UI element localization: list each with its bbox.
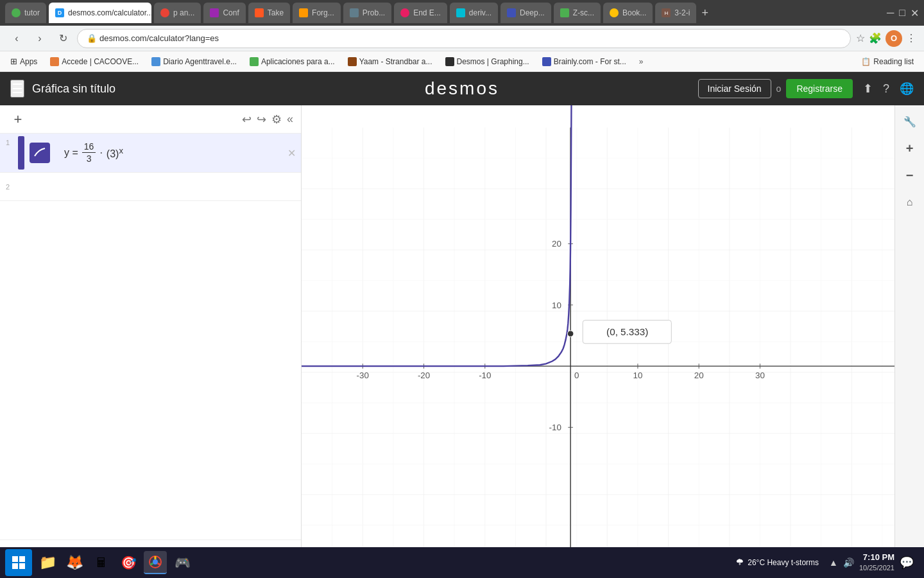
undo-button[interactable]: ↩	[242, 112, 252, 127]
tab-prob[interactable]: Prob...	[343, 3, 391, 23]
right-panel: 🔧 + − ⌂	[894, 105, 924, 578]
network-icon[interactable]: ▲	[829, 557, 838, 568]
expression-list: 1 y = 16 3 · (3)x	[0, 134, 301, 539]
back-button[interactable]: ‹	[8, 30, 26, 48]
expression-number-2: 2	[0, 183, 15, 191]
taskbar-paintbrush[interactable]: 🎯	[117, 551, 140, 574]
tab-deep[interactable]: Deep...	[501, 3, 551, 23]
bookmark-aplicaciones[interactable]: Aplicaciones para a...	[244, 55, 340, 68]
svg-line-64	[158, 563, 160, 565]
bookmark-apps[interactable]: ⊞ Apps	[5, 55, 42, 68]
minimize-button[interactable]: ─	[887, 7, 894, 19]
taskbar-upwork[interactable]: 🎮	[171, 551, 194, 574]
expression-panel: + ↩ ↪ ⚙ « 1 y =	[0, 105, 302, 578]
notification-icon[interactable]: 💬	[900, 556, 914, 570]
tab-hoc[interactable]: H 3-2-i	[655, 3, 696, 23]
tab-take[interactable]: Take	[248, 3, 290, 23]
bookmark-diario[interactable]: Diario Agenttravel.e...	[146, 55, 242, 68]
svg-rect-59	[12, 563, 18, 569]
expression-color-bar	[18, 136, 24, 170]
collapse-panel-button[interactable]: «	[287, 112, 293, 126]
help-icon[interactable]: ?	[883, 82, 889, 96]
desmos-logo: desmos	[425, 78, 499, 99]
expression-item-2[interactable]: 2	[0, 173, 301, 201]
add-expression-button[interactable]: +	[8, 109, 28, 130]
register-button[interactable]: Registrarse	[786, 79, 853, 98]
tab-desmos[interactable]: D desmos.com/calculator... ✕	[49, 3, 151, 23]
tab-google[interactable]: p an...	[154, 3, 201, 23]
globe-icon[interactable]: 🌐	[900, 82, 914, 96]
forward-button[interactable]: ›	[31, 30, 49, 48]
graph-svg: -30 -20 -10 0 10 20 30 20 10	[302, 105, 894, 578]
address-bar: ‹ › ↻ 🔒 desmos.com/calculator?lang=es ☆ …	[0, 26, 924, 51]
zoom-in-button[interactable]: +	[899, 137, 921, 159]
expression-formula[interactable]: y = 16 3 · (3)x	[56, 136, 282, 170]
extensions-icon[interactable]: 🧩	[869, 32, 882, 44]
svg-rect-60	[19, 563, 25, 569]
bookmark-desmos[interactable]: Desmos | Graphing...	[440, 55, 535, 68]
redo-button[interactable]: ↪	[257, 112, 266, 127]
delete-expression-button[interactable]: ✕	[282, 142, 301, 164]
close-button[interactable]: ✕	[911, 7, 919, 19]
svg-text:20: 20	[552, 239, 561, 249]
refresh-button[interactable]: ↻	[54, 30, 72, 48]
svg-text:20: 20	[694, 371, 704, 380]
desmos-header: ☰ Gráfica sin título desmos Iniciar Sesi…	[0, 72, 924, 105]
taskbar-firefox[interactable]: 🦊	[63, 551, 86, 574]
start-button[interactable]	[5, 549, 32, 576]
sound-icon[interactable]: 🔊	[843, 557, 854, 568]
bookmarks-bar: ⊞ Apps Accede | CACOOVE... Diario Agentt…	[0, 51, 924, 72]
header-actions: Iniciar Sesión o Registrarse ⬆ ? 🌐	[698, 79, 914, 98]
system-tray: 🌩 26°C Heavy t-storms	[735, 557, 819, 567]
expression-item-1[interactable]: 1 y = 16 3 · (3)x	[0, 134, 301, 173]
bookmark-yaam[interactable]: Yaam - Strandbar a...	[343, 55, 438, 68]
settings-button[interactable]: ⚙	[271, 112, 282, 127]
tab-end[interactable]: End E...	[394, 3, 447, 23]
taskbar-file-explorer[interactable]: 📁	[36, 551, 59, 574]
svg-text:30: 30	[755, 371, 765, 380]
graph-canvas[interactable]: -30 -20 -10 0 10 20 30 20 10	[302, 105, 894, 578]
login-button[interactable]: Iniciar Sesión	[698, 79, 771, 98]
svg-rect-58	[19, 556, 25, 562]
svg-text:-20: -20	[418, 371, 430, 380]
taskbar-right: 🌩 26°C Heavy t-storms ▲ 🔊 7:10 PM 10/25/…	[735, 552, 919, 574]
home-button[interactable]: ⌂	[899, 191, 921, 213]
svg-text:10: 10	[633, 371, 643, 380]
tab-deriv[interactable]: deriv...	[450, 3, 498, 23]
bookmarks-more-button[interactable]: »	[635, 55, 647, 68]
reading-list-button[interactable]: 📋 Reading list	[856, 55, 919, 68]
url-bar[interactable]: 🔒 desmos.com/calculator?lang=es	[77, 29, 851, 48]
svg-text:-10: -10	[479, 371, 491, 380]
svg-point-62	[153, 559, 158, 565]
new-tab-button[interactable]: +	[701, 6, 708, 20]
tab-conf[interactable]: Conf	[203, 3, 245, 23]
expression-number: 1	[0, 134, 15, 146]
main-content: + ↩ ↪ ⚙ « 1 y =	[0, 105, 924, 578]
menu-icon[interactable]: ⋮	[906, 32, 916, 44]
expression-toolbar: + ↩ ↪ ⚙ «	[0, 105, 301, 134]
address-actions: ☆ 🧩 O ⋮	[856, 30, 916, 47]
zoom-out-button[interactable]: −	[899, 164, 921, 186]
time-display[interactable]: 7:10 PM 10/25/2021	[859, 552, 894, 574]
svg-text:(0, 5.333): (0, 5.333)	[606, 326, 648, 337]
tab-forge[interactable]: Forg...	[293, 3, 341, 23]
expression-icon	[30, 143, 50, 163]
svg-text:10: 10	[552, 301, 561, 310]
graph-title: Gráfica sin título	[32, 82, 690, 96]
share-icon[interactable]: ⬆	[863, 82, 873, 96]
tab-book[interactable]: Book...	[603, 3, 653, 23]
bookmark-brainly[interactable]: Brainly.com - For st...	[537, 55, 631, 68]
maximize-button[interactable]: □	[899, 7, 905, 19]
svg-point-54	[567, 331, 574, 337]
hamburger-menu-button[interactable]: ☰	[10, 80, 24, 98]
profile-avatar[interactable]: O	[886, 30, 902, 47]
taskbar-calc[interactable]: 🖩	[90, 551, 113, 574]
tab-zsc[interactable]: Z-sc...	[554, 3, 601, 23]
taskbar-chrome[interactable]	[144, 551, 167, 574]
wrench-button[interactable]: 🔧	[899, 110, 921, 132]
bookmark-cacoove[interactable]: Accede | CACOOVE...	[45, 55, 144, 68]
tab-tutor[interactable]: tutor	[5, 3, 46, 23]
weather-icon: 🌩	[735, 557, 744, 567]
taskbar: 📁 🦊 🖩 🎯 🎮 🌩 26°C Heavy t-storms ▲ 🔊 7:10…	[0, 547, 924, 578]
star-icon[interactable]: ☆	[856, 32, 865, 44]
